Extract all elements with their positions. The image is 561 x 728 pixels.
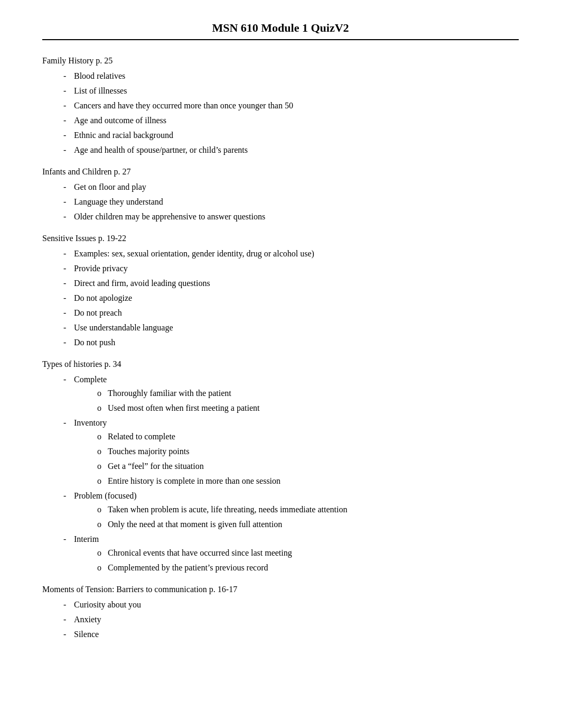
list-item: Direct and firm, avoid leading questions [63, 277, 519, 290]
content-root: Family History p. 25Blood relativesList … [42, 56, 519, 641]
sub-list-item: Entire history is complete in more than … [95, 475, 519, 487]
section-heading-types-of-histories: Types of histories p. 34 [42, 360, 519, 369]
list-item: Language they understand [63, 196, 519, 208]
bullet-list-types-of-histories: CompleteThoroughly familiar with the pat… [63, 373, 519, 574]
list-item: Use understandable language [63, 321, 519, 334]
bullet-list-family-history: Blood relativesList of illnessesCancers … [63, 70, 519, 156]
list-item: Do not preach [63, 307, 519, 319]
list-item: Problem (focused)Taken when problem is a… [63, 490, 519, 531]
list-item: Do not push [63, 336, 519, 349]
list-item: Cancers and have they occurred more than… [63, 99, 519, 112]
sub-list-item: Touches majority points [95, 445, 519, 458]
list-item: Provide privacy [63, 262, 519, 275]
bullet-list-infants-children: Get on floor and playLanguage they under… [63, 181, 519, 223]
list-item: Ethnic and racial background [63, 129, 519, 142]
sub-list-item: Thoroughly familiar with the patient [95, 387, 519, 400]
list-item: InventoryRelated to completeTouches majo… [63, 417, 519, 487]
list-item: Curiosity about you [63, 598, 519, 611]
section-heading-moments-of-tension: Moments of Tension: Barriers to communic… [42, 585, 519, 594]
list-item: Older children may be apprehensive to an… [63, 210, 519, 223]
sub-list-item: Only the need at that moment is given fu… [95, 518, 519, 531]
sub-list: Thoroughly familiar with the patientUsed… [95, 387, 519, 414]
section-heading-infants-children: Infants and Children p. 27 [42, 167, 519, 177]
sub-list-item: Used most often when first meeting a pat… [95, 402, 519, 414]
list-item: Blood relatives [63, 70, 519, 82]
list-item: Age and outcome of illness [63, 114, 519, 127]
list-item: Anxiety [63, 613, 519, 626]
section-heading-sensitive-issues: Sensitive Issues p. 19-22 [42, 234, 519, 243]
sub-list: Taken when problem is acute, life threat… [95, 503, 519, 531]
sub-list-item: Complemented by the patient’s previous r… [95, 561, 519, 574]
sub-list-item: Related to complete [95, 430, 519, 443]
page-title: MSN 610 Module 1 QuizV2 [42, 21, 519, 40]
list-item: InterimChronical events that have occurr… [63, 533, 519, 574]
sub-list: Related to completeTouches majority poin… [95, 430, 519, 487]
sub-list-item: Get a “feel” for the situation [95, 460, 519, 473]
list-item: Examples: sex, sexual orientation, gende… [63, 247, 519, 260]
list-item: Do not apologize [63, 292, 519, 305]
list-item: CompleteThoroughly familiar with the pat… [63, 373, 519, 414]
sub-list-item: Taken when problem is acute, life threat… [95, 503, 519, 516]
sub-list-item: Chronical events that have occurred sinc… [95, 547, 519, 559]
list-item: Age and health of spouse/partner, or chi… [63, 144, 519, 156]
list-item: Get on floor and play [63, 181, 519, 193]
section-heading-family-history: Family History p. 25 [42, 56, 519, 66]
list-item: List of illnesses [63, 85, 519, 97]
list-item: Silence [63, 628, 519, 641]
sub-list: Chronical events that have occurred sinc… [95, 547, 519, 574]
bullet-list-sensitive-issues: Examples: sex, sexual orientation, gende… [63, 247, 519, 349]
bullet-list-moments-of-tension: Curiosity about youAnxietySilence [63, 598, 519, 641]
